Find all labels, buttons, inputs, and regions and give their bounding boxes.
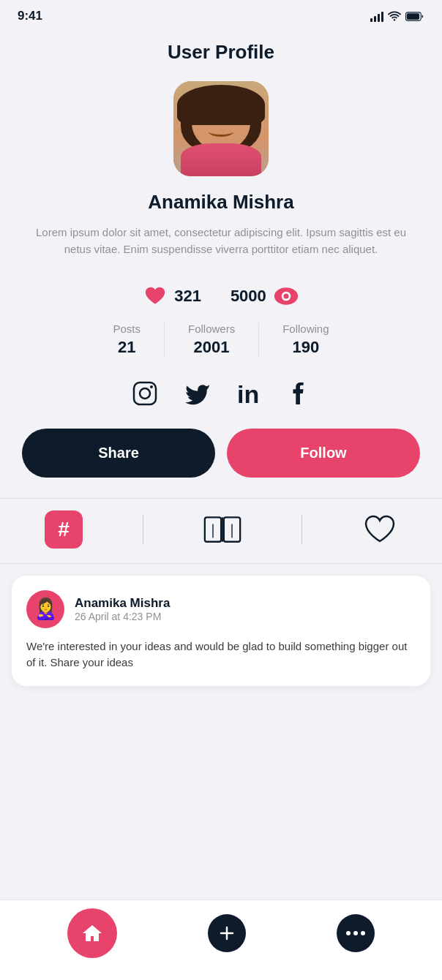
post-text: We're interested in your ideas and would… <box>26 638 416 671</box>
post-date: 26 April at 4:23 PM <box>75 611 170 622</box>
user-bio: Lorem ipsum dolor sit amet, consectetur … <box>22 224 420 258</box>
following-label: Following <box>282 323 329 335</box>
signal-icon <box>370 10 383 22</box>
svg-point-6 <box>140 388 150 399</box>
svg-point-4 <box>283 293 288 298</box>
share-button[interactable]: Share <box>22 429 215 478</box>
svg-point-14 <box>346 931 351 935</box>
post-user-name: Anamika Mishra <box>75 596 170 611</box>
wifi-icon <box>388 11 401 21</box>
facebook-button[interactable] <box>288 381 310 406</box>
svg-text:in: in <box>237 381 259 406</box>
social-row: in <box>0 374 442 429</box>
posts-count: 21 <box>113 338 141 357</box>
follow-button[interactable]: Follow <box>227 429 420 478</box>
battery-icon <box>405 12 424 21</box>
instagram-button[interactable] <box>132 380 158 407</box>
svg-point-16 <box>361 931 365 935</box>
post-user-info: Anamika Mishra 26 April at 4:23 PM <box>75 596 170 622</box>
book-icon <box>203 512 241 547</box>
linkedin-icon: in <box>237 381 262 406</box>
followers-count: 2001 <box>188 338 235 357</box>
heart-tab-icon <box>362 513 397 546</box>
bottom-nav <box>0 900 442 980</box>
stats-row: 321 5000 <box>0 273 442 323</box>
views-stat: 5000 <box>231 286 299 306</box>
tab-divider-2 <box>301 515 302 544</box>
twitter-icon <box>184 382 211 405</box>
post-header: 🙎‍♀️ Anamika Mishra 26 April at 4:23 PM <box>26 590 416 628</box>
svg-rect-5 <box>134 382 156 404</box>
twitter-button[interactable] <box>184 382 211 405</box>
home-icon <box>81 923 103 943</box>
page-title: User Profile <box>0 41 442 64</box>
heart-icon <box>143 286 167 306</box>
posts-label: Posts <box>113 323 141 335</box>
svg-point-7 <box>150 385 153 388</box>
dots-icon <box>345 930 366 936</box>
svg-rect-1 <box>407 13 419 20</box>
eye-icon <box>274 286 299 306</box>
following-count: 190 <box>282 338 329 357</box>
followers-label: Followers <box>188 323 235 335</box>
home-nav-button[interactable] <box>67 908 117 958</box>
status-time: 9:41 <box>18 9 42 23</box>
add-nav-button[interactable] <box>208 914 246 952</box>
status-icons <box>370 10 424 22</box>
tab-icons-row: # <box>0 498 442 564</box>
facebook-icon <box>288 381 310 406</box>
user-name: Anamika Mishra <box>22 191 420 214</box>
avatar <box>173 81 269 176</box>
likes-stat: 321 <box>143 286 201 306</box>
favorites-tab[interactable] <box>362 513 397 546</box>
posts-metric: Posts 21 <box>89 323 165 357</box>
buttons-row: Share Follow <box>0 429 442 498</box>
instagram-icon <box>132 380 158 407</box>
followers-metric: Followers 2001 <box>165 323 259 357</box>
post-avatar: 🙎‍♀️ <box>26 590 64 628</box>
tab-divider-1 <box>143 515 143 544</box>
post-card: 🙎‍♀️ Anamika Mishra 26 April at 4:23 PM … <box>12 576 430 686</box>
svg-point-15 <box>353 931 358 935</box>
hashtag-tab[interactable]: # <box>45 510 83 549</box>
likes-count: 321 <box>174 287 201 306</box>
book-tab[interactable] <box>203 512 241 547</box>
page-header: User Profile <box>0 29 442 81</box>
hashtag-icon: # <box>45 510 83 549</box>
user-section: Anamika Mishra Lorem ipsum dolor sit ame… <box>0 191 442 258</box>
following-metric: Following 190 <box>259 323 352 357</box>
more-nav-button[interactable] <box>337 914 375 952</box>
status-bar: 9:41 <box>0 0 442 29</box>
avatar-face <box>173 81 269 176</box>
views-count: 5000 <box>231 287 266 306</box>
avatar-wrap <box>0 81 442 176</box>
metrics-row: Posts 21 Followers 2001 Following 190 <box>0 323 442 374</box>
plus-icon <box>218 924 236 942</box>
linkedin-button[interactable]: in <box>237 381 262 406</box>
